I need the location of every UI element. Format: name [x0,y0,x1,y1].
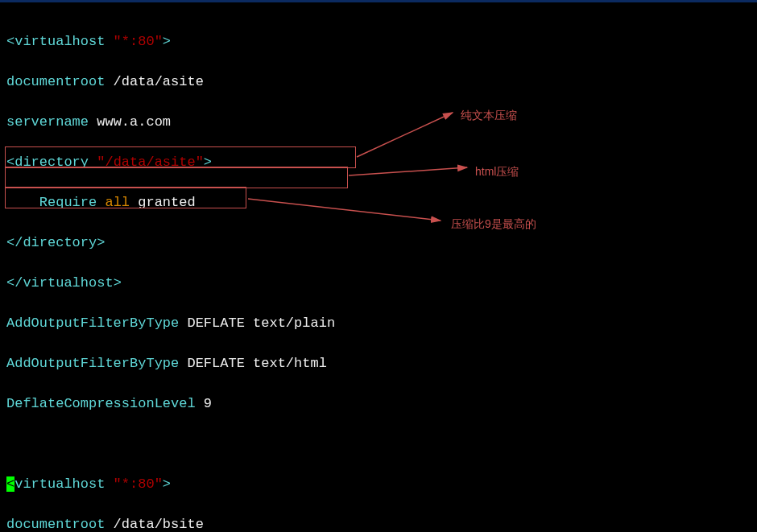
annotation-label: html压缩 [475,162,519,182]
top-bar [0,0,757,2]
code-line [6,434,751,454]
annotation-label: 纯文本压缩 [461,105,517,126]
code-line: <virtualhost "*:80"> [6,31,751,52]
code-line: Require all granted [6,192,751,212]
code-line: <virtualhost "*:80"> [6,474,751,494]
code-line: documentroot /data/bsite [6,514,751,532]
annotation-label: 压缩比9是最高的 [451,214,536,234]
code-line: DeflateCompressionLevel 9 [6,394,751,414]
code-line: documentroot /data/asite [6,72,751,92]
code-line: AddOutputFilterByType DEFLATE text/html [6,353,751,373]
code-line: <directory "/data/asite"> [6,152,751,172]
cursor: < [6,476,14,492]
code-line: </directory> [6,233,751,253]
code-line: </virtualhost> [6,273,751,293]
code-editor: <virtualhost "*:80"> documentroot /data/… [6,6,751,532]
code-line: servername www.a.com [6,112,751,132]
code-line: AddOutputFilterByType DEFLATE text/plain [6,313,751,333]
